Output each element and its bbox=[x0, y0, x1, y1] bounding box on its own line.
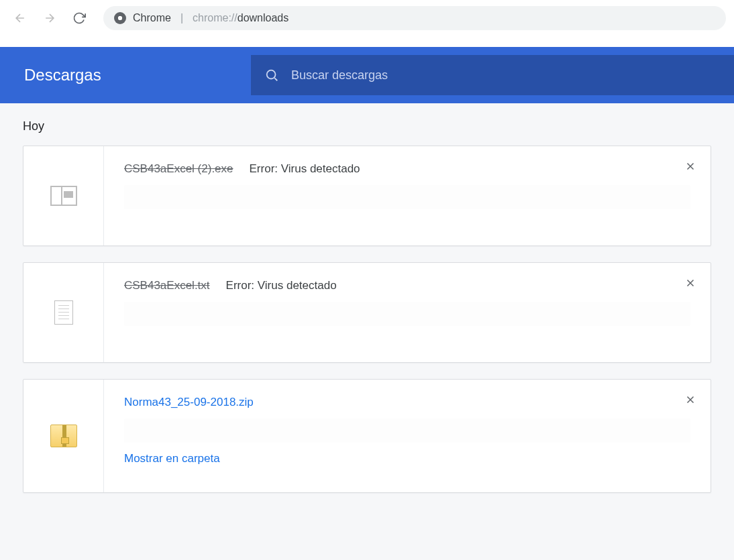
download-detail-area bbox=[124, 185, 690, 209]
download-action-row: Mostrar en carpeta bbox=[124, 452, 690, 465]
downloads-content: Hoy CSB43aExcel (2).exe Error: Virus det… bbox=[0, 103, 734, 560]
close-icon bbox=[684, 394, 696, 406]
download-card-body: CSB43aExcel (2).exe Error: Virus detecta… bbox=[104, 146, 711, 245]
forward-button[interactable] bbox=[38, 6, 62, 30]
arrow-right-icon bbox=[43, 11, 56, 25]
download-filename: CSB43aExcel (2).exe bbox=[124, 162, 233, 176]
search-container bbox=[251, 55, 734, 95]
remove-download-button[interactable] bbox=[680, 272, 701, 294]
section-day-label: Hoy bbox=[23, 119, 711, 133]
close-icon bbox=[684, 277, 696, 289]
browser-label: Chrome bbox=[133, 12, 171, 24]
download-status: Error: Virus detectado bbox=[226, 279, 337, 292]
browser-nav-bar: Chrome | chrome://downloads bbox=[0, 0, 734, 36]
download-title-row: CSB43aExcel (2).exe Error: Virus detecta… bbox=[124, 162, 690, 176]
download-icon-col bbox=[23, 263, 104, 362]
download-filename[interactable]: Norma43_25-09-2018.zip bbox=[124, 396, 254, 409]
page-header: Descargas bbox=[0, 47, 734, 103]
show-in-folder-link[interactable]: Mostrar en carpeta bbox=[124, 452, 220, 465]
remove-download-button[interactable] bbox=[680, 156, 701, 177]
url-prefix: chrome:// bbox=[193, 12, 238, 23]
download-detail-area bbox=[124, 302, 690, 326]
page-title: Descargas bbox=[24, 66, 101, 85]
zip-file-icon bbox=[50, 425, 77, 447]
address-bar[interactable]: Chrome | chrome://downloads bbox=[103, 6, 726, 30]
arrow-left-icon bbox=[13, 11, 27, 25]
url-path: downloads bbox=[238, 12, 289, 23]
download-detail-area bbox=[124, 418, 690, 443]
download-icon-col bbox=[23, 380, 104, 492]
download-filename: CSB43aExcel.txt bbox=[124, 279, 210, 292]
back-button[interactable] bbox=[8, 6, 32, 30]
reload-icon bbox=[72, 11, 86, 25]
reload-button[interactable] bbox=[67, 6, 91, 30]
download-card-body: CSB43aExcel.txt Error: Virus detectado bbox=[104, 263, 711, 362]
download-title-row: Norma43_25-09-2018.zip bbox=[124, 396, 690, 409]
download-card: Norma43_25-09-2018.zip Mostrar en carpet… bbox=[23, 379, 711, 493]
svg-point-0 bbox=[267, 70, 276, 79]
chrome-icon bbox=[114, 12, 126, 24]
address-separator: | bbox=[178, 12, 186, 24]
close-icon bbox=[684, 160, 696, 172]
search-icon bbox=[264, 68, 279, 82]
txt-file-icon bbox=[54, 300, 73, 325]
download-status: Error: Virus detectado bbox=[250, 162, 360, 176]
download-card: CSB43aExcel.txt Error: Virus detectado bbox=[23, 262, 711, 363]
remove-download-button[interactable] bbox=[680, 389, 701, 410]
search-input[interactable] bbox=[291, 68, 721, 82]
exe-file-icon bbox=[50, 186, 77, 206]
download-title-row: CSB43aExcel.txt Error: Virus detectado bbox=[124, 279, 690, 292]
download-card: CSB43aExcel (2).exe Error: Virus detecta… bbox=[23, 146, 711, 246]
download-card-body: Norma43_25-09-2018.zip Mostrar en carpet… bbox=[104, 380, 711, 492]
download-icon-col bbox=[23, 146, 104, 245]
